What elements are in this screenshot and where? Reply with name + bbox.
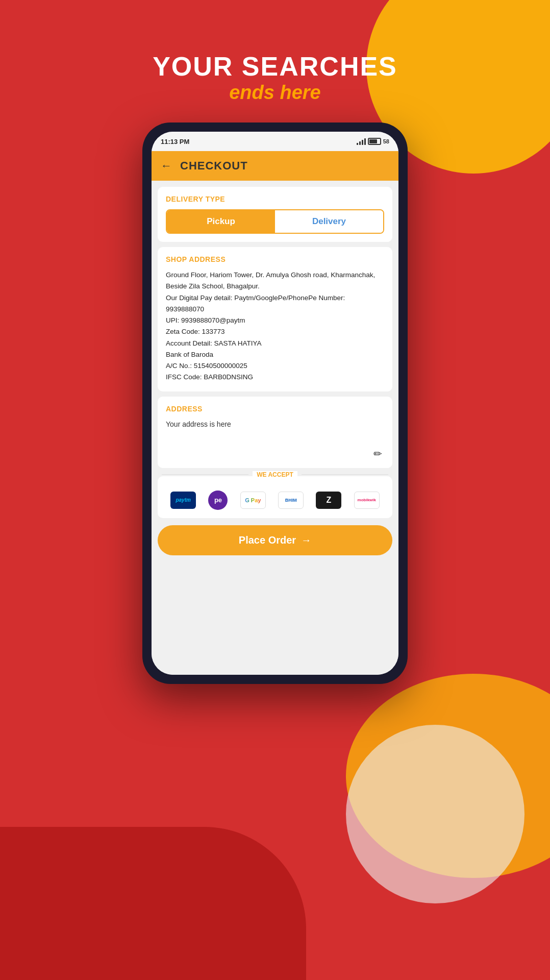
- paytm-icon: paytm: [170, 492, 196, 509]
- status-right-icons: 58: [357, 138, 389, 145]
- app-header: ← CHECKOUT: [152, 151, 398, 181]
- header-title: YOUR SEARCHES: [0, 51, 550, 82]
- address-card: ADDRESS Your address is here ✏: [158, 397, 392, 468]
- shop-address-text: Ground Floor, Hariom Tower, Dr. Amulya G…: [166, 270, 384, 383]
- status-bar: 11:13 PM 58: [152, 132, 398, 151]
- divider-line-right: [302, 474, 388, 475]
- signal-icon: [357, 138, 366, 145]
- header-subtitle: ends here: [0, 82, 550, 104]
- delivery-type-label: DELIVERY TYPE: [166, 195, 384, 203]
- bg-red-bottom: [0, 827, 306, 980]
- promo-header: YOUR SEARCHES ends here: [0, 51, 550, 104]
- payment-icons-row: paytm pe G Pay BHIM: [166, 491, 384, 510]
- battery-fill: [369, 139, 377, 143]
- we-accept-divider: WE ACCEPT: [158, 471, 392, 478]
- address-box: Your address is here ✏: [166, 419, 384, 460]
- place-order-button[interactable]: Place Order →: [158, 525, 392, 555]
- address-section-label: ADDRESS: [166, 405, 384, 413]
- battery-label: 58: [383, 138, 389, 144]
- phonepe-icon: pe: [208, 491, 228, 510]
- status-time: 11:13 PM: [161, 138, 189, 145]
- shop-address-label: SHOP ADDRESS: [166, 255, 384, 263]
- app-title: CHECKOUT: [180, 159, 248, 173]
- mobikwik-icon: mobikwik: [354, 492, 380, 509]
- signal-bar-3: [362, 140, 363, 145]
- pickup-button[interactable]: Pickup: [167, 210, 275, 233]
- signal-bar-2: [359, 141, 361, 145]
- battery-icon: [368, 138, 381, 145]
- phone-frame: 11:13 PM 58 ← CHECKOUT: [142, 122, 408, 684]
- shop-address-card: SHOP ADDRESS Ground Floor, Hariom Tower,…: [158, 247, 392, 391]
- we-accept-label: WE ACCEPT: [253, 471, 297, 478]
- divider-line-left: [162, 474, 248, 475]
- delivery-toggle: Pickup Delivery: [166, 209, 384, 234]
- address-text: Your address is here: [166, 419, 384, 430]
- back-button[interactable]: ←: [161, 159, 172, 173]
- edit-address-icon[interactable]: ✏: [373, 448, 382, 460]
- zeta-icon: Z: [316, 492, 341, 509]
- delivery-type-card: DELIVERY TYPE Pickup Delivery: [158, 187, 392, 242]
- place-order-label: Place Order: [239, 534, 296, 546]
- bg-arc-white: [346, 725, 524, 903]
- bhim-icon: BHIM: [278, 492, 304, 509]
- app-content: DELIVERY TYPE Pickup Delivery SHOP ADDRE…: [152, 181, 398, 675]
- phone-screen: 11:13 PM 58 ← CHECKOUT: [152, 132, 398, 675]
- gpay-icon: G Pay: [240, 492, 266, 509]
- delivery-button[interactable]: Delivery: [275, 210, 383, 233]
- signal-bar-4: [364, 138, 366, 145]
- signal-bar-1: [357, 143, 358, 145]
- place-order-arrow: →: [301, 534, 311, 546]
- we-accept-section: WE ACCEPT paytm pe G Pay: [158, 476, 392, 518]
